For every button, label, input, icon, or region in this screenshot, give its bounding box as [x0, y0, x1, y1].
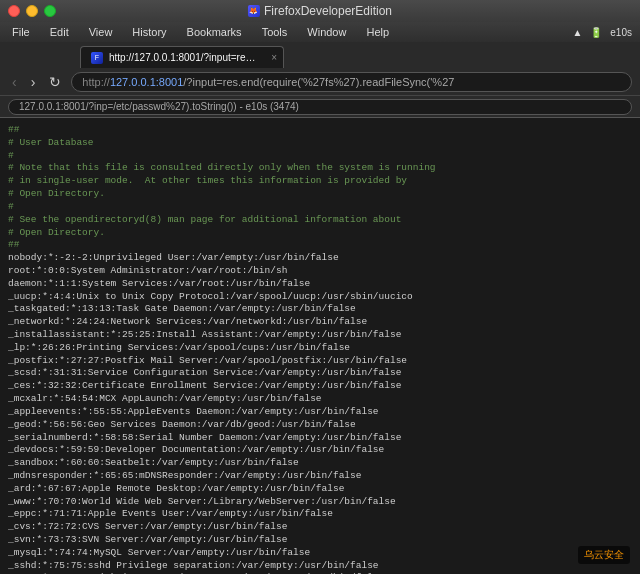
url2-text: 127.0.0.1:8001/?inp=/etc/passwd%27).toSt…	[19, 101, 299, 112]
forward-button[interactable]: ›	[27, 72, 40, 92]
back-button[interactable]: ‹	[8, 72, 21, 92]
menu-window[interactable]: Window	[303, 26, 350, 38]
addressbar2: 127.0.0.1:8001/?inp=/etc/passwd%27).toSt…	[0, 96, 640, 118]
content-area[interactable]: ## # User Database # # Note that this fi…	[0, 118, 640, 574]
menu-file[interactable]: File	[8, 26, 34, 38]
refresh-button[interactable]: ↻	[45, 72, 65, 92]
wifi-icon: ▲	[572, 27, 582, 38]
menu-history[interactable]: History	[128, 26, 170, 38]
menu-view[interactable]: View	[85, 26, 117, 38]
tabbar: F http://127.0.0.1:8001/?input=rea... ×	[0, 42, 640, 68]
watermark: 乌云安全	[578, 546, 630, 564]
url-host: 127.0.0.1:8001	[110, 76, 183, 88]
menubar: File Edit View History Bookmarks Tools W…	[0, 22, 640, 42]
minimize-button[interactable]	[26, 5, 38, 17]
tab-favicon: F	[91, 52, 103, 64]
url-path: /?input=res.end(require('%27fs%27).readF…	[183, 76, 454, 88]
titlebar-title: FirefoxDeveloperEdition	[264, 4, 392, 18]
tab-close-button[interactable]: ×	[271, 52, 277, 63]
menu-bookmarks[interactable]: Bookmarks	[183, 26, 246, 38]
battery-icon: 🔋	[590, 27, 602, 38]
menu-tools[interactable]: Tools	[258, 26, 292, 38]
clock: e10s	[610, 27, 632, 38]
titlebar: 🦊 FirefoxDeveloperEdition	[0, 0, 640, 22]
active-tab[interactable]: F http://127.0.0.1:8001/?input=rea... ×	[80, 46, 284, 68]
maximize-button[interactable]	[44, 5, 56, 17]
file-content: ## # User Database # # Note that this fi…	[8, 124, 632, 574]
url-gray: http://	[82, 76, 110, 88]
menubar-right: ▲ 🔋 e10s	[572, 27, 632, 38]
close-button[interactable]	[8, 5, 20, 17]
titlebar-center: 🦊 FirefoxDeveloperEdition	[248, 4, 392, 18]
traffic-lights	[8, 5, 56, 17]
menu-edit[interactable]: Edit	[46, 26, 73, 38]
url-bar2[interactable]: 127.0.0.1:8001/?inp=/etc/passwd%27).toSt…	[8, 99, 632, 115]
url-text: http://127.0.0.1:8001/?input=res.end(req…	[82, 76, 454, 88]
menu-help[interactable]: Help	[362, 26, 393, 38]
app-favicon: 🦊	[248, 5, 260, 17]
url-bar[interactable]: http://127.0.0.1:8001/?input=res.end(req…	[71, 72, 632, 92]
tab-label: http://127.0.0.1:8001/?input=rea...	[109, 52, 259, 63]
addressbar: ‹ › ↻ http://127.0.0.1:8001/?input=res.e…	[0, 68, 640, 96]
